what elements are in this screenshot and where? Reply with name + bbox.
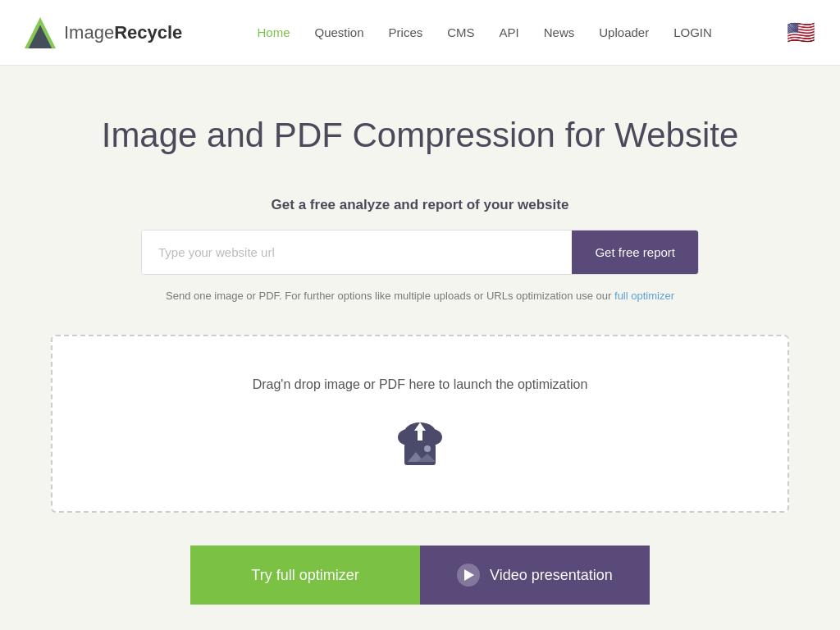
flag-icon: 🇺🇸: [787, 19, 815, 46]
nav-api[interactable]: API: [500, 25, 519, 39]
logo[interactable]: ImageRecycle: [25, 17, 182, 48]
nav-login[interactable]: LOGIN: [673, 25, 712, 39]
nav-prices[interactable]: Prices: [389, 25, 423, 39]
play-triangle: [464, 569, 474, 581]
nav-news[interactable]: News: [544, 25, 575, 39]
svg-point-9: [424, 445, 431, 452]
logo-icon: [25, 17, 56, 48]
navbar: ImageRecycle Home Question Prices CMS AP…: [0, 0, 840, 66]
full-optimizer-link[interactable]: full optimizer: [614, 290, 674, 302]
hint-text: Send one image or PDF. For further optio…: [43, 290, 797, 302]
svg-rect-6: [404, 444, 436, 465]
nav-home[interactable]: Home: [257, 25, 290, 39]
bottom-buttons: Try full optimizer Video presentation: [190, 546, 650, 605]
get-report-button[interactable]: Get free report: [572, 231, 698, 274]
video-button[interactable]: Video presentation: [420, 546, 650, 605]
svg-point-3: [398, 429, 418, 445]
url-input[interactable]: [142, 231, 572, 274]
drop-zone[interactable]: Drag'n drop image or PDF here to launch …: [51, 335, 789, 513]
upload-icon: [391, 413, 449, 470]
nav-cms[interactable]: CMS: [447, 25, 474, 39]
nav-uploader[interactable]: Uploader: [599, 25, 649, 39]
try-optimizer-button[interactable]: Try full optimizer: [190, 546, 420, 605]
play-icon: [457, 564, 480, 587]
nav-right: 🇺🇸: [787, 19, 815, 46]
main-content: Image and PDF Compression for Website Ge…: [26, 66, 814, 630]
svg-point-4: [422, 429, 442, 445]
drop-zone-text: Drag'n drop image or PDF here to launch …: [69, 377, 771, 392]
logo-text: ImageRecycle: [64, 22, 182, 43]
subtitle: Get a free analyze and report of your we…: [43, 197, 797, 213]
nav-question[interactable]: Question: [315, 25, 364, 39]
url-form: Get free report: [141, 230, 699, 275]
nav-links: Home Question Prices CMS API News Upload…: [257, 25, 711, 40]
upload-icon-wrap: [69, 413, 771, 470]
page-title: Image and PDF Compression for Website: [43, 115, 797, 156]
